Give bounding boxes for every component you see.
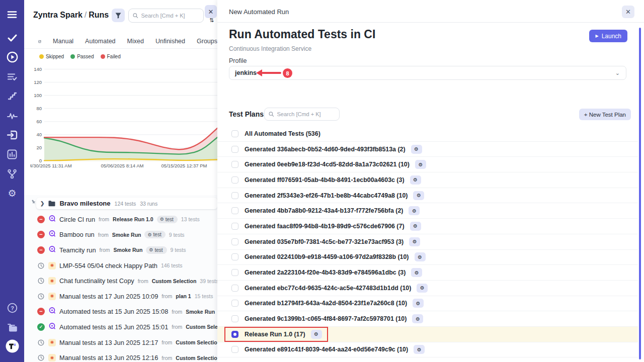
- gear-icon[interactable]: ⚙: [415, 160, 426, 169]
- test-plan-row[interactable]: Generated 022410b9-e918-4459-a106-97d2a9…: [217, 250, 638, 265]
- run-source[interactable]: Custom Selection: [186, 324, 217, 330]
- bar-chart-icon[interactable]: [0, 148, 24, 160]
- checkbox[interactable]: [231, 130, 238, 137]
- run-source[interactable]: Smoke Run: [114, 247, 143, 253]
- run-row[interactable]: −Automated tests at 15 Jun 2025 15:08fro…: [24, 304, 217, 320]
- gear-icon[interactable]: ⚙: [412, 314, 423, 323]
- run-title[interactable]: Manual tests at 13 Jun 2025 12:17: [59, 339, 158, 346]
- test-badge[interactable]: ⚙test: [157, 216, 178, 223]
- test-plans-search[interactable]: [264, 108, 340, 121]
- runs-search-input[interactable]: [141, 13, 200, 19]
- run-row[interactable]: ✳Chat functinality test CopyfromCustom S…: [24, 273, 217, 289]
- panel-close-button[interactable]: ✕: [205, 5, 217, 18]
- test-plan-row[interactable]: Generated 2f5343e3-ef26-47b1-be8b-44cabc…: [217, 188, 638, 204]
- gear-icon[interactable]: ⚙: [409, 206, 420, 215]
- breadcrumb-project[interactable]: Zyntra Spark: [33, 11, 83, 19]
- gear-icon[interactable]: ⚙: [411, 145, 422, 154]
- run-row[interactable]: −Bamboo runfromSmoke Run⚙test9 tests: [24, 227, 217, 243]
- test-plan-row[interactable]: Generated 0eeb9e18-f23d-4cd5-82dd-8a1a73…: [217, 157, 638, 172]
- run-title[interactable]: Automated tests at 15 Jun 2025 15:01: [59, 323, 168, 331]
- checkbox[interactable]: [231, 176, 238, 184]
- checkbox-checked[interactable]: [231, 331, 238, 338]
- test-plan-row[interactable]: Generated 9c1399b1-c065-4f84-8697-7af2c5…: [217, 311, 638, 327]
- gear-icon[interactable]: ⚙: [410, 222, 421, 231]
- activity-icon[interactable]: [0, 110, 24, 122]
- folder-icon[interactable]: [0, 321, 24, 333]
- checkbox[interactable]: [231, 253, 238, 260]
- test-plan-row[interactable]: Release Run 1.0 (17)⚙: [217, 327, 638, 342]
- run-title[interactable]: Bamboo run: [59, 231, 95, 238]
- run-source[interactable]: Custom Selection: [152, 278, 197, 284]
- run-row[interactable]: ✳Manual tests at 13 Jun 2025 12:17fromCu…: [24, 335, 217, 350]
- launch-button[interactable]: ▶ Launch: [589, 30, 627, 42]
- test-plan-row[interactable]: Generated b12794f3-643a-4a2d-8504-23f1e7…: [217, 296, 638, 312]
- run-row[interactable]: ✳Manual tests at 17 Jun 2025 10:09frompl…: [24, 289, 217, 304]
- menu-icon[interactable]: [0, 9, 24, 21]
- run-row[interactable]: ✓Automated tests at 15 Jun 2025 15:01fro…: [24, 319, 217, 335]
- list-check-icon[interactable]: [0, 71, 24, 83]
- test-plan-row[interactable]: Generated 035e7bf0-7381-4c5c-be77-321e73…: [217, 234, 638, 250]
- checkbox[interactable]: [231, 269, 238, 276]
- checkbox[interactable]: [231, 192, 238, 199]
- test-plan-row[interactable]: Generated 336abecb-0b52-4d60-9ded-493f3f…: [217, 142, 638, 157]
- tab-manual[interactable]: Manual: [53, 38, 73, 45]
- gear-icon[interactable]: ⚙: [0, 187, 24, 199]
- help-icon[interactable]: ?: [0, 302, 24, 314]
- run-source[interactable]: Smoke Run: [186, 309, 215, 315]
- run-source[interactable]: plan 1: [176, 293, 191, 299]
- checkbox[interactable]: [231, 146, 238, 153]
- chevron-right-icon[interactable]: ❯: [40, 201, 44, 206]
- gear-icon[interactable]: ⚙: [415, 252, 426, 261]
- checkbox[interactable]: [231, 223, 238, 230]
- checkbox[interactable]: [231, 300, 238, 307]
- run-source[interactable]: Release Run 1.0: [113, 216, 153, 222]
- test-plan-row[interactable]: Generated faac8f09-94b8-4b19-89d9-c576cd…: [217, 219, 638, 234]
- run-title[interactable]: Manual tests at 17 Jun 2025 10:09: [59, 293, 158, 300]
- gear-icon[interactable]: ⚙: [409, 237, 420, 246]
- test-badge[interactable]: ⚙test: [146, 246, 167, 254]
- gear-icon[interactable]: ⚙: [311, 330, 322, 339]
- close-icon[interactable]: ✕: [622, 6, 634, 18]
- milestone-name[interactable]: Bravo milestone: [59, 200, 110, 207]
- test-plan-row[interactable]: Generated 2a223104-f20e-4b43-83d9-e78459…: [217, 265, 638, 281]
- gear-icon[interactable]: ⚙: [411, 268, 422, 277]
- run-title[interactable]: Chat functinality test Copy: [59, 277, 134, 285]
- tab-automated[interactable]: Automated: [85, 38, 115, 45]
- run-title[interactable]: LMP-554 05/04 check Happy Path: [59, 262, 157, 269]
- checkbox[interactable]: [231, 315, 238, 322]
- logo[interactable]: [0, 340, 24, 352]
- milestone-row[interactable]: ❯ Bravo milestone 124 tests 33 runs: [36, 198, 217, 209]
- play-circle-icon[interactable]: [0, 51, 24, 63]
- scrollbar[interactable]: [639, 28, 641, 359]
- run-row[interactable]: ✳LMP-554 05/04 check Happy Path146 tests: [24, 258, 217, 274]
- run-title[interactable]: Teamcity run: [59, 246, 96, 254]
- test-plan-row[interactable]: Generated ff076591-05ab-4b4b-8491-1ecb00…: [217, 172, 638, 188]
- gear-icon[interactable]: ⚙: [410, 175, 421, 185]
- checkbox[interactable]: [231, 285, 238, 292]
- run-row[interactable]: −Teamcity runfromSmoke Run⚙test9 tests: [24, 242, 217, 258]
- run-row[interactable]: ✳Manual tests at 13 Jun 2025 12:16fromCu…: [24, 350, 217, 362]
- run-source[interactable]: Custom Selection: [176, 355, 217, 361]
- check-icon[interactable]: [0, 32, 24, 44]
- test-badge[interactable]: ⚙test: [144, 231, 165, 238]
- run-source[interactable]: Smoke Run: [112, 232, 141, 238]
- tab-groups[interactable]: Groups: [197, 38, 217, 45]
- gear-icon[interactable]: ⚙: [413, 191, 424, 200]
- tab-mixed[interactable]: Mixed: [127, 38, 144, 45]
- filter-button[interactable]: [112, 9, 125, 22]
- run-title[interactable]: Circle CI run: [59, 216, 95, 223]
- run-source[interactable]: Custom Selection: [176, 339, 217, 345]
- import-icon[interactable]: [0, 129, 24, 141]
- run-title[interactable]: Manual tests at 13 Jun 2025 12:16: [59, 354, 158, 361]
- gear-icon[interactable]: ⚙: [413, 299, 424, 308]
- test-plan-row[interactable]: Generated e891c41f-8039-4e64-aa24-e0d56e…: [217, 342, 638, 358]
- test-plans-search-input[interactable]: [277, 111, 336, 117]
- checkbox[interactable]: [231, 238, 238, 245]
- test-plan-row[interactable]: All Automated Tests (536): [217, 126, 638, 142]
- checkbox[interactable]: [231, 161, 238, 168]
- tab-unfinished[interactable]: Unfinished: [155, 38, 185, 45]
- new-test-plan-button[interactable]: + New Test Plan: [579, 109, 631, 120]
- gear-icon[interactable]: ⚙: [414, 345, 425, 354]
- gear-icon[interactable]: ⚙: [417, 284, 428, 293]
- runs-search[interactable]: [128, 9, 204, 23]
